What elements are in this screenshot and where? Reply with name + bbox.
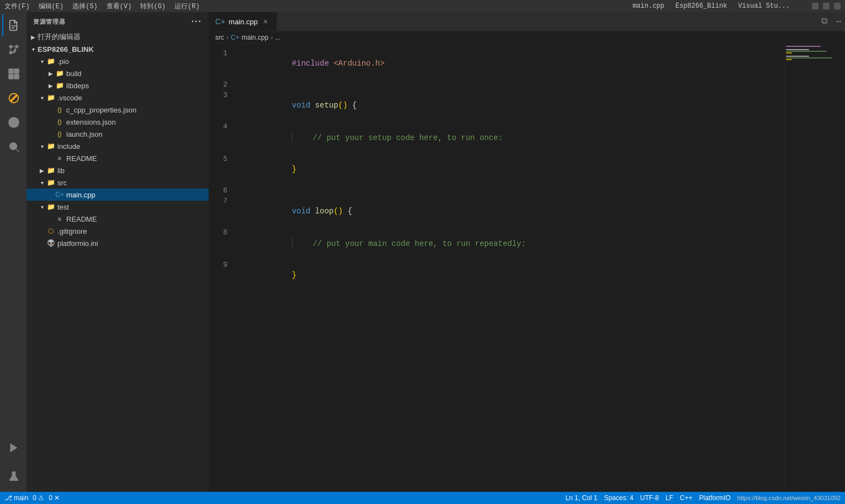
- minimap[interactable]: [784, 44, 845, 492]
- status-spaces[interactable]: Spaces: 4: [604, 494, 633, 502]
- tree-pio[interactable]: ▾ 📁 .pio: [26, 55, 209, 67]
- breadcrumb-symbol-text: ...: [275, 34, 280, 41]
- line-num-4: 4: [209, 121, 236, 132]
- status-errors[interactable]: 0 ✕: [49, 494, 60, 502]
- tree-extensions[interactable]: ▾ {} extensions.json: [26, 116, 209, 128]
- line-content-8: // put your main code here, to run repea…: [236, 227, 784, 260]
- sidebar-header: 资源管理器 ···: [26, 12, 209, 31]
- test-label: test: [57, 203, 69, 211]
- activity-search[interactable]: [2, 136, 24, 158]
- menu-run[interactable]: 运行(R): [174, 2, 200, 11]
- menu-select[interactable]: 选择(S): [72, 2, 98, 11]
- tree-libdeps[interactable]: ▶ 📁 libdeps: [26, 79, 209, 92]
- gitignore-label: .gitignore: [57, 227, 87, 235]
- activity-test[interactable]: [2, 465, 24, 487]
- tree-vscode[interactable]: ▾ 📁 .vscode: [26, 92, 209, 104]
- sidebar-more-button[interactable]: ···: [192, 17, 202, 26]
- status-branch[interactable]: ⎇ main: [4, 494, 28, 502]
- svg-point-8: [12, 121, 15, 124]
- menu-goto[interactable]: 转到(G): [140, 2, 166, 11]
- status-url: https://blog.csdn.net/weixin_43031092: [737, 495, 841, 501]
- tab-main-cpp[interactable]: C+ main.cpp ×: [209, 12, 277, 31]
- token-void1: void: [292, 101, 311, 110]
- close-button[interactable]: [834, 3, 841, 9]
- token-paren1: (): [338, 101, 348, 110]
- breadcrumb-symbol[interactable]: ...: [275, 34, 280, 41]
- mini-line-5: [786, 52, 792, 53]
- activity-platformio[interactable]: [2, 87, 24, 109]
- tree-readme1[interactable]: ▾ ≡ README: [26, 152, 209, 164]
- tree-readme2[interactable]: ▾ ≡ README: [26, 213, 209, 225]
- mini-line-6: [786, 54, 844, 55]
- activity-debug[interactable]: [2, 437, 24, 459]
- line-num-5: 5: [209, 154, 236, 164]
- status-cursor[interactable]: Ln 1, Col 1: [565, 494, 597, 502]
- tree-c-cpp[interactable]: ▾ {} c_cpp_properties.json: [26, 104, 209, 116]
- vscode-label: .vscode: [57, 94, 82, 102]
- tree-build[interactable]: ▶ 📁 build: [26, 67, 209, 79]
- tree-main-cpp[interactable]: ▾ C+ main.cpp: [26, 189, 209, 201]
- status-eol[interactable]: LF: [666, 494, 673, 502]
- tree-lib[interactable]: ▶ 📁 lib: [26, 164, 209, 176]
- activity-bar: [0, 12, 26, 492]
- launch-json-icon: {}: [55, 130, 64, 138]
- maximize-button[interactable]: [823, 3, 830, 9]
- breadcrumb-src-text: src: [215, 34, 224, 41]
- pio-chevron: ▾: [38, 57, 46, 66]
- build-folder-icon: 📁: [55, 69, 64, 78]
- status-platformio[interactable]: PlatformIO: [699, 494, 731, 502]
- window-controls[interactable]: [812, 3, 841, 9]
- open-editors-chevron: ▶: [29, 33, 38, 41]
- tree-src[interactable]: ▾ 📁 src: [26, 176, 209, 189]
- src-label: src: [57, 179, 67, 187]
- status-bar: ⎇ main 0 ⚠ 0 ✕ Ln 1, Col 1 Spaces: 4 UTF…: [0, 492, 845, 504]
- minimize-button[interactable]: [812, 3, 819, 9]
- menu-view[interactable]: 查看(V): [107, 2, 132, 11]
- code-line-7: 7 void loop() {: [209, 196, 784, 227]
- title-app: Visual Stu...: [738, 2, 790, 10]
- activity-git[interactable]: [2, 111, 24, 133]
- status-warnings[interactable]: 0 ⚠: [33, 494, 44, 502]
- token-void2: void: [292, 207, 311, 216]
- token-space3: {: [348, 101, 357, 110]
- open-editors-section[interactable]: ▶ 打开的编辑器: [26, 31, 209, 43]
- activity-source-control[interactable]: [2, 39, 24, 61]
- pio-label: .pio: [57, 57, 69, 66]
- project-root[interactable]: ▾ ESP8266_BLINK: [26, 43, 209, 55]
- folder-icon: 📁: [46, 57, 55, 66]
- split-editor-button[interactable]: ⧉: [817, 12, 832, 31]
- code-line-1: 1 #include <Arduino.h>: [209, 48, 784, 79]
- tree-include[interactable]: ▾ 📁 include: [26, 140, 209, 152]
- svg-marker-15: [10, 443, 18, 453]
- editor-area[interactable]: 1 #include <Arduino.h> 2 3 void setup() …: [209, 44, 845, 492]
- tree-platformio-ini[interactable]: ▾ 👽 platformio.ini: [26, 237, 209, 249]
- code-line-8: 8 // put your main code here, to run rep…: [209, 227, 784, 260]
- editor-more-button[interactable]: ⋯: [832, 12, 845, 31]
- tree-test[interactable]: ▾ 📁 test: [26, 201, 209, 213]
- libdeps-chevron: ▶: [46, 81, 55, 90]
- breadcrumb-src[interactable]: src: [215, 34, 224, 41]
- tab-close-button[interactable]: ×: [261, 17, 270, 26]
- mini-line-8: [786, 57, 832, 58]
- tree-launch[interactable]: ▾ {} launch.json: [26, 128, 209, 140]
- build-chevron: ▶: [46, 69, 55, 78]
- code-editor[interactable]: 1 #include <Arduino.h> 2 3 void setup() …: [209, 44, 784, 492]
- token-hash: #include: [292, 59, 329, 68]
- breadcrumb-file[interactable]: C+ main.cpp: [231, 34, 268, 41]
- tree-gitignore[interactable]: ▾ ⬡ .gitignore: [26, 225, 209, 237]
- readme1-label: README: [66, 154, 97, 163]
- activity-extensions[interactable]: [2, 63, 24, 85]
- activity-explorer[interactable]: [2, 14, 24, 36]
- menu-edit[interactable]: 编辑(E): [39, 2, 64, 11]
- mini-line-9: [786, 59, 792, 60]
- svg-line-14: [16, 149, 19, 152]
- lib-label: lib: [57, 167, 65, 175]
- status-language[interactable]: C++: [680, 494, 693, 502]
- tab-cpp-icon: C+: [215, 17, 225, 26]
- menu-bar[interactable]: 文件(F) 编辑(E) 选择(S) 查看(V) 转到(G) 运行(R): [4, 2, 200, 11]
- svg-point-13: [10, 143, 17, 150]
- include-label: include: [57, 142, 80, 151]
- status-encoding[interactable]: UTF-8: [640, 494, 659, 502]
- menu-file[interactable]: 文件(F): [4, 2, 30, 11]
- line-content-7: void loop() {: [236, 196, 784, 227]
